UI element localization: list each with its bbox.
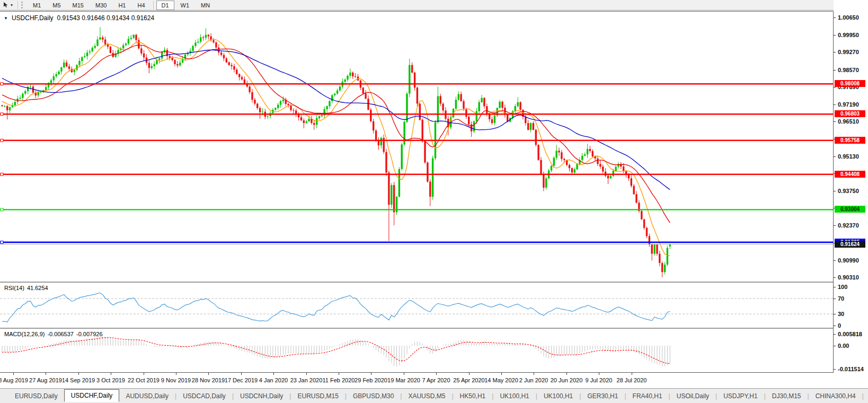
candle <box>285 98 287 106</box>
mt4-chart-window: ▾ M1M5M15M30H1H4D1W1MN 1.006500.999500.9… <box>0 0 868 403</box>
candle <box>499 100 500 109</box>
candle <box>649 234 650 247</box>
candle <box>311 116 312 125</box>
moving-average-45 <box>2 50 670 189</box>
candle <box>479 100 480 115</box>
date-label: 2 Jun 2020 <box>519 377 548 383</box>
candle <box>429 179 431 206</box>
chart-tab-dj30-m15[interactable]: DJ30,M15 <box>766 390 808 402</box>
axis-tick <box>834 326 836 326</box>
candle <box>607 173 609 184</box>
candle <box>37 90 39 98</box>
candle <box>667 246 668 266</box>
timeframe-button-m30[interactable]: M30 <box>90 1 112 10</box>
chart-tab-usdcnh-daily[interactable]: USDCNH,Daily <box>234 390 289 402</box>
chart-tab-xauusd-m5[interactable]: XAUUSD,M5 <box>402 390 451 402</box>
rsi-pane[interactable] <box>0 283 833 328</box>
chart-tab-uk100-h1[interactable]: UK100,H1 <box>493 390 535 402</box>
date-label: 22 Oct 2019 <box>128 377 160 383</box>
moving-average-20 <box>2 45 670 223</box>
line-handle[interactable] <box>1 113 3 116</box>
candle <box>53 74 55 83</box>
chart-tab-fra40-h1[interactable]: FRA40,H1 <box>626 390 669 402</box>
candle <box>274 107 276 111</box>
candle <box>380 136 382 148</box>
toolbar-grip[interactable] <box>21 2 24 8</box>
axis-label: 0.92370 <box>838 222 859 229</box>
candle <box>63 59 65 68</box>
price-pane[interactable] <box>0 12 833 282</box>
timeframe-button-h1[interactable]: H1 <box>113 1 131 10</box>
chart-tab-usdchf-daily[interactable]: USDCHF,Daily <box>64 389 120 402</box>
candle <box>174 59 175 66</box>
ohlc-values: 0.91543 0.91646 0.91434 0.91624 <box>57 14 155 22</box>
date-label: 28 Jul 2020 <box>617 377 647 383</box>
candle <box>187 51 189 57</box>
candle <box>254 98 255 106</box>
candle <box>460 92 462 102</box>
candle <box>633 184 635 195</box>
chart-tab-usdjpy-h1[interactable]: USDJPY,H1 <box>717 390 764 402</box>
chart-tab-usoil-h[interactable]: USOil,H <box>864 390 868 402</box>
candle <box>238 73 240 80</box>
candle <box>417 87 418 107</box>
candle <box>228 62 230 66</box>
chart-tab-ger30-h1[interactable]: GER30,H1 <box>581 390 624 402</box>
candle <box>422 118 423 143</box>
timeframe-button-h4[interactable]: H4 <box>132 1 150 10</box>
axis-label: 0.98570 <box>838 67 859 73</box>
chart-tab-gbpusd-m30[interactable]: GBPUSD,M30 <box>347 390 400 402</box>
candle <box>324 107 325 118</box>
date-axis[interactable]: 8 Aug 201927 Aug 201914 Sep 20193 Oct 20… <box>0 373 833 388</box>
timeframe-button-m15[interactable]: M15 <box>67 1 89 10</box>
date-tick <box>176 373 176 375</box>
line-handle[interactable] <box>1 83 3 85</box>
rsi-line <box>2 293 670 322</box>
candle <box>581 153 583 162</box>
timeframe-button-w1[interactable]: W1 <box>175 1 195 10</box>
candle <box>401 143 403 171</box>
axis-tick <box>834 156 836 157</box>
candle <box>643 218 645 230</box>
timeframe-button-m1[interactable]: M1 <box>28 1 46 10</box>
chart-tab-audusd-daily[interactable]: AUDUSD,Daily <box>119 390 175 402</box>
chart-tab-uk100-h1[interactable]: UK100,H1 <box>537 390 579 402</box>
candle <box>471 121 472 137</box>
date-label: 29 Feb 2020 <box>355 377 387 383</box>
date-label: 20 Jun 2020 <box>551 377 583 383</box>
candle <box>537 144 539 161</box>
line-handle[interactable] <box>1 173 3 176</box>
candle <box>107 43 109 49</box>
axis-tick <box>834 17 836 18</box>
candle <box>455 97 457 110</box>
chart-tab-usdcad-daily[interactable]: USDCAD,Daily <box>176 390 232 402</box>
candle <box>638 200 640 213</box>
cursor-tool-button[interactable]: ▾ <box>0 1 15 10</box>
candle <box>599 161 601 169</box>
timeframe-button-m5[interactable]: M5 <box>47 1 66 10</box>
chart-tab-eurusd-m15[interactable]: EURUSD,M15 <box>291 390 344 402</box>
macd-pane[interactable] <box>0 329 833 372</box>
price-axis[interactable]: 1.006500.999500.992700.985700.978900.971… <box>834 0 868 388</box>
candle <box>277 103 279 110</box>
chart-tab-hk50-h1[interactable]: HK50,H1 <box>454 390 492 402</box>
collapse-arrow-icon[interactable]: ▼ <box>4 16 8 21</box>
candle <box>50 78 52 86</box>
macd-indicator-value: -0.006537 <box>47 331 74 337</box>
candle <box>24 90 26 95</box>
line-handle[interactable] <box>1 208 3 211</box>
axis-label: 0.90990 <box>838 257 859 264</box>
candle <box>226 57 227 63</box>
line-handle[interactable] <box>1 241 3 243</box>
candle <box>602 164 604 174</box>
chart-tab-china300-h4[interactable]: CHINA300,H4 <box>809 390 862 402</box>
chart-tab-eurusd-daily[interactable]: EURUSD,Daily <box>8 390 64 402</box>
candle <box>365 90 366 100</box>
chart-tab-usoil-daily[interactable]: USOil,Daily <box>670 390 715 402</box>
timeframe-button-mn[interactable]: MN <box>196 1 215 10</box>
line-handle[interactable] <box>1 139 3 142</box>
axis-tick <box>834 35 836 36</box>
toolbar-divider <box>153 1 154 9</box>
timeframe-button-d1[interactable]: D1 <box>156 1 174 10</box>
axis-label: 0.96510 <box>838 118 859 125</box>
